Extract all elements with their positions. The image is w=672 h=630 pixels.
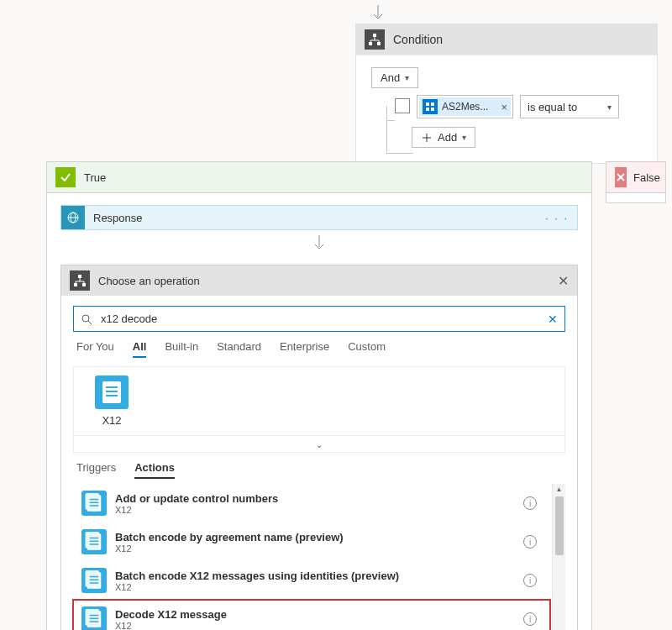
token-remove-icon[interactable]: × <box>501 101 507 113</box>
action-subtitle: X12 <box>115 621 227 631</box>
chevron-down-icon: ⌄ <box>316 440 323 449</box>
more-menu-button[interactable]: · · · <box>545 212 577 224</box>
svg-rect-20 <box>82 283 86 286</box>
condition-operator-dropdown[interactable]: is equal to ▾ <box>520 95 619 118</box>
x12-connector-icon <box>81 606 107 630</box>
action-subtitle: X12 <box>115 582 399 592</box>
and-operator-dropdown[interactable]: And ▾ <box>371 67 418 88</box>
action-subtitle: X12 <box>115 505 278 515</box>
token-label: AS2Mes... <box>442 101 488 113</box>
and-operator-label: And <box>381 71 400 84</box>
svg-rect-10 <box>426 108 429 111</box>
x12-connector-icon <box>81 568 107 593</box>
action-subtitle: X12 <box>115 543 344 554</box>
action-title: Decode X12 message <box>115 608 227 621</box>
chevron-down-icon: ▾ <box>607 102 612 112</box>
info-icon[interactable]: i <box>523 612 537 626</box>
info-icon[interactable]: i <box>523 535 537 549</box>
action-item[interactable]: Batch encode by agreement name (preview)… <box>73 522 550 561</box>
true-branch-header: True <box>47 162 591 193</box>
tab-standard[interactable]: Standard <box>217 340 261 358</box>
tab-builtin[interactable]: Built-in <box>165 340 198 358</box>
condition-icon <box>365 29 385 50</box>
x-icon <box>615 167 627 187</box>
false-branch-header: False <box>606 162 665 193</box>
search-icon <box>81 313 92 325</box>
info-icon[interactable]: i <box>523 574 537 587</box>
condition-header[interactable]: Condition <box>356 24 657 55</box>
expand-connectors-button[interactable]: ⌄ <box>73 435 565 453</box>
scroll-up-icon[interactable]: ▲ <box>556 484 563 495</box>
tab-actions[interactable]: Actions <box>134 461 175 479</box>
svg-rect-3 <box>377 42 381 45</box>
scroll-thumb[interactable] <box>555 496 564 555</box>
connector-x12[interactable]: X12 <box>82 375 141 427</box>
x12-connector-icon <box>81 529 107 554</box>
response-action-label: Response <box>93 212 143 224</box>
close-icon[interactable]: ✕ <box>558 273 569 289</box>
clear-search-button[interactable]: ✕ <box>548 312 558 326</box>
flow-arrow-icon <box>371 5 385 24</box>
true-branch: True Response · · · Choose an operation … <box>46 161 592 630</box>
operation-picker-panel: Choose an operation ✕ ✕ For You All Buil… <box>60 265 578 630</box>
trigger-action-tabs: Triggers Actions <box>61 453 577 484</box>
svg-rect-19 <box>74 283 77 286</box>
chevron-down-icon: ▾ <box>405 73 409 82</box>
svg-line-26 <box>88 321 92 324</box>
operation-icon <box>70 270 90 291</box>
connector-name: X12 <box>102 414 121 427</box>
tab-triggers[interactable]: Triggers <box>76 461 116 479</box>
plus-icon <box>421 132 433 144</box>
chevron-down-icon: ▾ <box>462 133 466 142</box>
dynamic-content-token[interactable]: AS2Mes... × <box>419 97 511 116</box>
true-branch-label: True <box>84 171 106 184</box>
svg-rect-11 <box>431 108 434 111</box>
actions-list: Add or update control numbers X12 i Batc… <box>73 484 565 630</box>
action-title: Batch encode by agreement name (preview) <box>115 531 344 543</box>
action-item[interactable]: Add or update control numbers X12 i <box>73 484 550 522</box>
globe-icon <box>61 206 85 229</box>
svg-rect-18 <box>78 275 81 278</box>
false-branch: False <box>606 161 666 203</box>
tab-enterprise[interactable]: Enterprise <box>280 340 329 358</box>
response-action-card[interactable]: Response · · · <box>60 205 578 230</box>
svg-rect-8 <box>426 102 429 106</box>
flow-arrow-icon <box>312 235 326 255</box>
svg-rect-9 <box>431 102 434 106</box>
x12-connector-icon <box>95 375 129 409</box>
actions-scrollbar[interactable]: ▲ ▼ <box>552 484 565 630</box>
tab-custom[interactable]: Custom <box>348 340 386 358</box>
category-tabs: For You All Built-in Standard Enterprise… <box>61 332 577 366</box>
operation-picker-header: Choose an operation ✕ <box>61 265 577 296</box>
action-title: Add or update control numbers <box>115 492 278 505</box>
token-icon <box>423 99 438 114</box>
x12-connector-icon <box>81 491 107 516</box>
check-icon <box>55 167 76 187</box>
condition-left-operand[interactable]: AS2Mes... × <box>417 95 513 118</box>
connector-results: X12 <box>73 366 565 435</box>
false-branch-label: False <box>633 171 660 184</box>
condition-row-checkbox[interactable] <box>395 98 410 113</box>
action-item[interactable]: Batch encode X12 messages using identiti… <box>73 561 550 600</box>
condition-operator-label: is equal to <box>528 101 577 113</box>
svg-point-25 <box>82 315 89 322</box>
operation-search-input[interactable] <box>99 312 541 326</box>
action-title: Batch encode X12 messages using identiti… <box>115 570 399 582</box>
operation-picker-title: Choose an operation <box>98 275 200 287</box>
action-item-decode-x12[interactable]: Decode X12 message X12 i <box>73 600 550 630</box>
operation-search-box[interactable]: ✕ <box>73 306 565 332</box>
tab-all[interactable]: All <box>133 340 147 358</box>
tab-foryou[interactable]: For You <box>76 340 114 358</box>
svg-rect-1 <box>373 34 376 37</box>
add-condition-button[interactable]: Add ▾ <box>412 127 475 148</box>
condition-card: Condition And ▾ AS2Mes... × is equal to <box>355 24 658 164</box>
add-condition-label: Add <box>438 131 457 144</box>
svg-rect-2 <box>369 42 372 45</box>
info-icon[interactable]: i <box>523 496 537 510</box>
condition-title: Condition <box>393 33 443 46</box>
